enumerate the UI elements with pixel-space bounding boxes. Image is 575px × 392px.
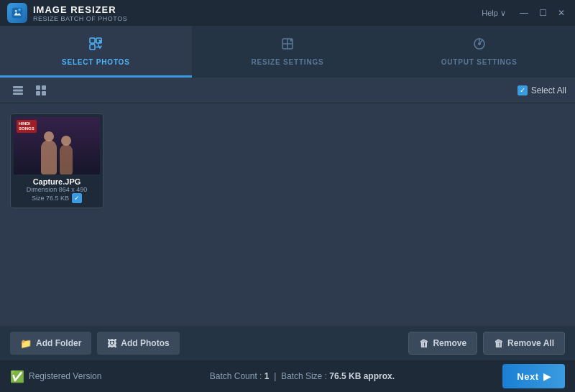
select-all-area[interactable]: Select All bbox=[518, 85, 566, 95]
photo-info: Capture.JPG Dimension 864 x 490 Size 76.… bbox=[14, 174, 100, 205]
batch-size-value: 76.5 KB approx. bbox=[329, 371, 395, 381]
select-all-checkbox[interactable] bbox=[518, 85, 528, 95]
output-settings-icon bbox=[472, 36, 487, 55]
list-view-button[interactable] bbox=[9, 81, 27, 100]
svg-point-1 bbox=[15, 10, 17, 12]
tab-select-photos[interactable]: SELECT PHOTOS bbox=[0, 26, 192, 78]
app-subtitle: RESIZE BATCH OF PHOTOS bbox=[33, 15, 127, 22]
photo-dimension: Dimension 864 x 490 bbox=[15, 186, 98, 193]
thumb-bg: HINDISONGS bbox=[14, 117, 100, 174]
svg-rect-8 bbox=[13, 89, 23, 91]
help-menu[interactable]: Help ∨ bbox=[482, 9, 506, 18]
minimize-button[interactable]: — bbox=[516, 5, 532, 21]
svg-rect-2 bbox=[90, 38, 95, 43]
next-arrow-icon: ▶ bbox=[543, 371, 551, 382]
left-actions: 📁 Add Folder 🖼 Add Photos bbox=[10, 332, 180, 355]
photo-grid: HINDISONGS Capture.JPG Dimension 864 x 4… bbox=[0, 103, 575, 304]
resize-settings-icon bbox=[280, 36, 295, 55]
batch-info: Batch Count : 1 | Batch Size : 76.5 KB a… bbox=[210, 371, 395, 381]
photo-size: Size 76.5 KB bbox=[15, 193, 98, 203]
registered-info: ✅ Registered Version bbox=[10, 370, 101, 383]
remove-all-label: Remove All bbox=[507, 338, 554, 348]
app-logo bbox=[7, 3, 27, 23]
photos-icon: 🖼 bbox=[107, 338, 116, 349]
thumb-text-overlay: HINDISONGS bbox=[17, 120, 37, 133]
svg-rect-12 bbox=[36, 91, 40, 95]
status-bar: ✅ Registered Version Batch Count : 1 | B… bbox=[0, 360, 575, 392]
right-actions: 🗑 Remove 🗑 Remove All bbox=[408, 332, 565, 355]
help-chevron: ∨ bbox=[500, 9, 506, 17]
svg-point-6 bbox=[478, 42, 481, 45]
app-title: IMAGE RESIZER bbox=[33, 4, 127, 15]
batch-size-label: Batch Size : bbox=[281, 371, 327, 381]
tab-output-settings-label: OUTPUT SETTINGS bbox=[441, 58, 518, 66]
tab-output-settings[interactable]: OUTPUT SETTINGS bbox=[383, 26, 575, 78]
tab-resize-settings-label: RESIZE SETTINGS bbox=[252, 58, 324, 66]
registered-icon: ✅ bbox=[10, 370, 24, 383]
window-controls: Help ∨ — ☐ ✕ bbox=[482, 5, 569, 21]
select-photos-icon bbox=[88, 36, 104, 55]
close-button[interactable]: ✕ bbox=[553, 5, 569, 21]
tab-select-photos-label: SELECT PHOTOS bbox=[62, 58, 130, 66]
photo-card[interactable]: HINDISONGS Capture.JPG Dimension 864 x 4… bbox=[10, 113, 104, 208]
svg-rect-11 bbox=[42, 85, 46, 90]
remove-icon: 🗑 bbox=[419, 338, 428, 349]
figure-2 bbox=[60, 144, 73, 174]
folder-icon: 📁 bbox=[20, 338, 32, 349]
figure-1 bbox=[41, 140, 57, 174]
svg-rect-0 bbox=[12, 8, 22, 18]
svg-rect-7 bbox=[13, 86, 23, 88]
help-label: Help bbox=[482, 9, 498, 17]
next-label: Next bbox=[517, 371, 538, 382]
add-photos-label: Add Photos bbox=[121, 338, 169, 348]
remove-label: Remove bbox=[433, 338, 466, 348]
svg-rect-9 bbox=[13, 93, 23, 95]
restore-button[interactable]: ☐ bbox=[535, 5, 551, 21]
svg-rect-13 bbox=[42, 91, 46, 95]
batch-separator: | bbox=[274, 371, 276, 381]
add-folder-label: Add Folder bbox=[36, 338, 81, 348]
steps-bar: SELECT PHOTOS RESIZE SETTINGS OUTPUT SET… bbox=[0, 26, 575, 78]
select-all-label: Select All bbox=[531, 85, 566, 95]
photo-thumbnail: HINDISONGS bbox=[14, 117, 100, 174]
thumb-figures bbox=[14, 140, 100, 174]
add-photos-button[interactable]: 🖼 Add Photos bbox=[97, 332, 179, 355]
svg-rect-10 bbox=[36, 85, 40, 90]
next-button[interactable]: Next ▶ bbox=[502, 364, 565, 388]
svg-rect-4 bbox=[90, 45, 95, 50]
toolbar: Select All bbox=[0, 78, 575, 103]
registered-label: Registered Version bbox=[29, 371, 101, 381]
add-folder-button[interactable]: 📁 Add Folder bbox=[10, 332, 91, 355]
batch-count-value: 1 bbox=[264, 371, 270, 381]
title-bar: IMAGE RESIZER RESIZE BATCH OF PHOTOS Hel… bbox=[0, 0, 575, 26]
action-bar: 📁 Add Folder 🖼 Add Photos 🗑 Remove 🗑 Rem… bbox=[0, 326, 575, 360]
batch-count-label: Batch Count : bbox=[210, 371, 262, 381]
remove-all-button[interactable]: 🗑 Remove All bbox=[483, 332, 565, 355]
remove-all-icon: 🗑 bbox=[494, 338, 503, 349]
photo-checkbox[interactable] bbox=[72, 193, 82, 203]
remove-button[interactable]: 🗑 Remove bbox=[408, 332, 477, 355]
tab-resize-settings[interactable]: RESIZE SETTINGS bbox=[192, 26, 384, 78]
view-toggles bbox=[9, 81, 50, 100]
photo-name: Capture.JPG bbox=[15, 177, 98, 186]
app-title-group: IMAGE RESIZER RESIZE BATCH OF PHOTOS bbox=[33, 4, 127, 22]
grid-view-button[interactable] bbox=[32, 81, 50, 100]
